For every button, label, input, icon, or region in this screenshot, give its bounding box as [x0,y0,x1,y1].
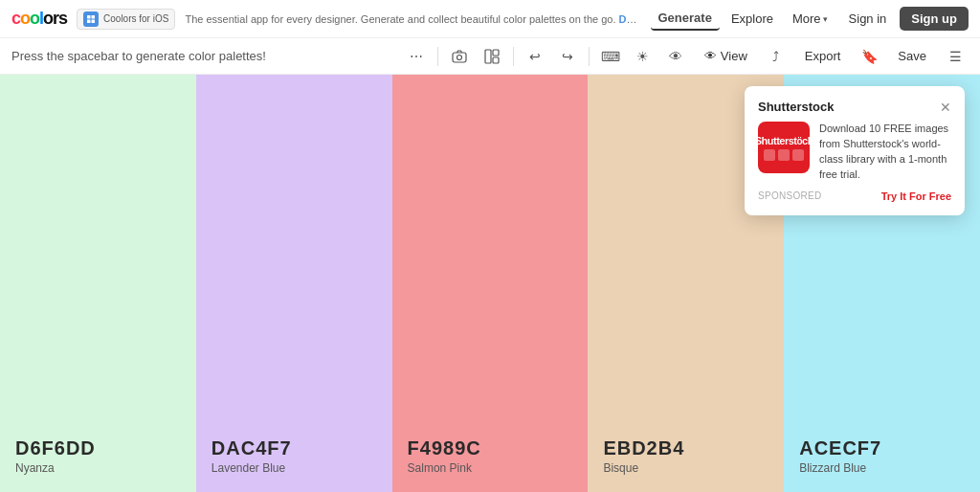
ad-logo-icon-2 [778,149,790,161]
ad-close-button[interactable]: ✕ [940,101,951,114]
color-hex-4: ACECF7 [799,437,980,459]
nav-links: Generate Explore More ▾ Sign in Sign up [651,7,969,31]
eye-view-icon: 👁 [704,49,717,63]
logo-text: coolors [11,9,67,29]
nav-generate[interactable]: Generate [651,7,720,31]
share-icon[interactable]: ⤴ [763,43,790,70]
ad-description: Download 10 FREE images from Shutterstoc… [819,122,951,183]
color-name-0: Nyanza [15,461,196,475]
nav-explore[interactable]: Explore [724,8,781,30]
bookmark-icon[interactable]: 🔖 [856,43,882,70]
svg-rect-1 [92,15,96,19]
color-name-2: Salmon Pink [408,461,589,475]
undo-icon[interactable]: ↩ [522,43,548,70]
svg-rect-7 [493,50,499,56]
ad-sponsored-label: SPONSORED [758,190,822,201]
camera-icon[interactable] [446,43,473,70]
color-name-1: Lavender Blue [212,461,392,475]
ad-popup-footer: SPONSORED Try It For Free [758,190,951,202]
svg-rect-4 [453,53,466,62]
color-swatch-1[interactable]: DAC4F7 Lavender Blue [196,75,392,492]
export-button[interactable]: Export [795,45,851,67]
color-name-4: Blizzard Blue [799,461,980,475]
toolbar-hint: Press the spacebar to generate color pal… [11,49,395,63]
layout-icon[interactable] [479,43,505,70]
divider2 [513,47,514,66]
ad-popup-header: Shutterstock ✕ [758,100,951,114]
ad-popup-body: Shutterstöck Download 10 FREE images fro… [758,122,951,183]
dots-menu-icon[interactable]: ⋯ [403,43,430,70]
color-hex-1: DAC4F7 [212,437,392,459]
view-button[interactable]: 👁 View [695,45,757,67]
color-hex-2: F4989C [408,437,589,459]
save-button[interactable]: Save [888,45,936,67]
ad-logo-icon-3 [792,149,804,161]
ios-badge-icon [83,11,99,27]
svg-rect-2 [87,19,91,23]
ad-logo: Shutterstöck [758,122,810,173]
navbar: coolors Coolors for iOS The essential ap… [0,0,980,38]
toolbar: Press the spacebar to generate color pal… [0,38,980,75]
color-hex-0: D6F6DD [15,437,196,459]
toolbar-icons: ⋯ ↩ ↪ ⌨ ☀ 👁 👁 View ⤴ Export 🔖 Save ☰ [403,43,969,70]
divider3 [589,47,590,66]
ad-popup-title: Shutterstock [758,100,834,114]
svg-rect-6 [485,50,491,63]
tagline: The essential app for every designer. Ge… [185,13,640,25]
tagline-cta[interactable]: Download Now [619,13,641,25]
ad-cta-link[interactable]: Try It For Free [881,190,951,202]
svg-rect-3 [92,19,96,23]
color-swatch-0[interactable]: D6F6DD Nyanza [0,75,196,492]
ad-logo-icon-1 [764,149,775,161]
ad-logo-icons [764,149,804,161]
svg-rect-8 [493,57,499,63]
hamburger-icon[interactable]: ☰ [942,43,969,70]
eye-icon[interactable]: 👁 [662,43,689,70]
svg-point-5 [457,55,461,59]
ios-badge-label: Coolors for iOS [103,13,168,24]
color-name-3: Bisque [603,461,784,475]
nav-more[interactable]: More ▾ [785,8,835,30]
color-swatch-2[interactable]: F4989C Salmon Pink [392,75,589,492]
signup-button[interactable]: Sign up [900,7,969,31]
ad-logo-text: Shutterstöck [755,135,813,146]
redo-icon[interactable]: ↪ [554,43,581,70]
signin-button[interactable]: Sign in [839,8,897,30]
divider [437,47,438,66]
ad-popup: Shutterstock ✕ Shutterstöck Download 10 … [745,86,965,215]
logo[interactable]: coolors [11,9,67,29]
color-hex-3: EBD2B4 [603,437,784,459]
svg-rect-0 [87,15,91,19]
ios-badge[interactable]: Coolors for iOS [77,9,175,30]
chevron-down-icon: ▾ [823,14,828,24]
palette-container: D6F6DD Nyanza DAC4F7 Lavender Blue F4989… [0,75,980,492]
brightness-icon[interactable]: ☀ [630,43,657,70]
keyboard-icon[interactable]: ⌨ [597,43,624,70]
